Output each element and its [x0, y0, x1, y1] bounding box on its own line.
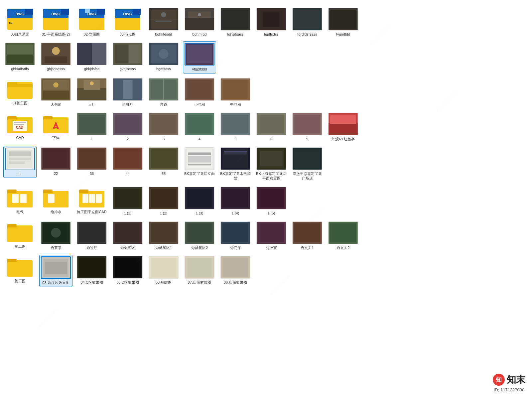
file-施工图平立面CAD-folder[interactable]: 施工图平立面CAD — [75, 186, 108, 215]
thumb-bghkfdsdd — [149, 8, 179, 31]
file-44[interactable]: 44 — [111, 146, 144, 177]
thumb-fgjdfsdss — [256, 8, 286, 31]
file-img-9[interactable]: 9 — [291, 111, 324, 143]
file-label: 1 (5) — [268, 211, 275, 215]
file-秀卧室[interactable]: 秀卧室 — [255, 220, 288, 251]
file-label: 电梯厅 — [122, 102, 133, 107]
thumb-fghsdsass — [220, 8, 250, 31]
file-大包厢[interactable]: 大包厢 — [39, 77, 72, 108]
thumb-秀茶亭 — [41, 221, 71, 244]
thumb-秀就餐区1 — [149, 221, 179, 244]
file-img-4[interactable]: 4 — [183, 111, 216, 143]
file-电梯厅[interactable]: 电梯厅 — [111, 77, 144, 108]
file-外观R1红鱼字[interactable]: 外观R1红鱼字 — [327, 111, 360, 143]
file-03节点图[interactable]: DWG TM 03-节点图 — [111, 7, 144, 38]
file-img-2[interactable]: 2 — [111, 111, 144, 143]
svg-rect-183 — [294, 223, 320, 242]
file-ghkjdsfss[interactable]: ghkjdsfss — [75, 41, 108, 72]
logo-name: 知末 — [507, 373, 525, 386]
file-06鸟瞰图[interactable]: 06.鸟瞰图 — [147, 255, 180, 286]
file-07店面材质图[interactable]: 07.店面材质图 — [183, 255, 216, 286]
file-1-4[interactable]: 1 (4) — [219, 186, 252, 217]
file-fgrdfdsfsass[interactable]: fgrdfdsfsass — [291, 7, 324, 38]
file-label: 秀门厅 — [230, 245, 241, 250]
file-秀就餐区1[interactable]: 秀就餐区1 — [147, 220, 180, 251]
file-小包厢[interactable]: 小包厢 — [183, 77, 216, 108]
file-秀会客区[interactable]: 秀会客区 — [111, 220, 144, 251]
file-label: gvhjsdsss — [120, 66, 136, 71]
file-11[interactable]: 11 — [3, 146, 37, 178]
file-01平面系统图[interactable]: DWG TM 01-平面系统图(2) — [39, 7, 72, 38]
file-fgjdfsdss[interactable]: fgjdfsdss — [255, 7, 288, 38]
thumb-1-4 — [220, 187, 250, 209]
file-大厅[interactable]: 大厅 — [75, 77, 108, 108]
file-vfgjdfddd[interactable]: vfgjdfddd — [183, 41, 216, 73]
file-秀茶亭[interactable]: 秀茶亭 — [39, 220, 72, 251]
file-img-8[interactable]: 8 — [255, 111, 288, 143]
file-秀门厅[interactable]: 秀门厅 — [219, 220, 252, 251]
file-过道[interactable]: 过道 — [147, 77, 180, 108]
file-hgdfsdss[interactable]: hgdfsdss — [147, 41, 180, 72]
file-字体-folder[interactable]: 字体 — [39, 111, 72, 141]
file-fvgndfdd[interactable]: fvgndfdd — [327, 7, 360, 38]
file-ghbkdfsdfs[interactable]: ghbkdfsdfs — [3, 41, 37, 72]
file-08店面效果图[interactable]: 08.店面效果图 — [219, 255, 252, 286]
file-02立面图[interactable]: DWG TM 02-立面图 — [75, 7, 108, 38]
file-01施工图[interactable]: 01施工图 — [3, 77, 37, 107]
file-label: 07.店面材质图 — [188, 280, 211, 285]
file-label: bghkfdsdd — [155, 32, 172, 37]
svg-rect-136 — [260, 151, 283, 167]
row-6: 电气 给排水 — [3, 186, 529, 217]
svg-rect-195 — [115, 258, 141, 277]
file-秀过厅[interactable]: 秀过厅 — [75, 220, 108, 251]
file-04C区效果图[interactable]: 04.C区效果图 — [75, 255, 108, 286]
file-22[interactable]: 22 — [39, 146, 72, 177]
file-秀玄关1[interactable]: 秀玄关1 — [291, 220, 324, 251]
file-中包厢[interactable]: 中包厢 — [219, 77, 252, 108]
svg-rect-94 — [54, 127, 58, 128]
file-bghmfgd[interactable]: bghmfgd — [183, 7, 216, 38]
svg-rect-43 — [330, 10, 356, 29]
file-img-3[interactable]: 3 — [147, 111, 180, 143]
file-1-3[interactable]: 1 (3) — [183, 186, 216, 217]
svg-rect-127 — [188, 153, 211, 155]
file-img-1[interactable]: 1 — [75, 111, 108, 143]
file-给排水-folder[interactable]: 给排水 — [39, 186, 72, 215]
file-BK嘉定宝龙水电消防[interactable]: BK嘉定宝龙水电消防 — [219, 146, 252, 182]
row-7: 施工图 秀茶亭 秀过厅 秀会客区 秀就餐区1 — [3, 220, 529, 251]
file-33[interactable]: 33 — [75, 146, 108, 177]
file-fghsdsass[interactable]: fghsdsass — [219, 7, 252, 38]
file-1-1[interactable]: 1 (1) — [111, 186, 144, 217]
svg-rect-12 — [61, 9, 69, 15]
file-bghkfdsdd[interactable]: bghkfdsdd — [147, 7, 180, 38]
file-label: 秀会客区 — [120, 245, 135, 250]
svg-rect-163 — [258, 189, 284, 207]
svg-rect-39 — [263, 12, 280, 27]
file-1-5[interactable]: 1 (5) — [255, 186, 288, 217]
svg-rect-6 — [25, 9, 33, 15]
file-ghjsdsdsss[interactable]: ghjsdsdsss — [39, 41, 72, 72]
file-秀就餐区2[interactable]: 秀就餐区2 — [183, 220, 216, 251]
file-施工图-folder2[interactable]: 施工图 — [3, 220, 37, 250]
file-55[interactable]: 55 — [147, 146, 180, 177]
file-施工图-folder3[interactable]: 施工图 — [3, 255, 37, 285]
file-BK上海嘉定宝龙店平面布置图[interactable]: BK上海嘉定宝龙店平面布置图 — [255, 146, 288, 182]
file-05D区效果图[interactable]: 05.D区效果图 — [111, 255, 144, 286]
thumb-外观R1红鱼字 — [328, 113, 358, 135]
file-label: 1 (4) — [232, 211, 239, 215]
file-1-2[interactable]: 1 (2) — [147, 186, 180, 217]
svg-rect-199 — [187, 258, 212, 277]
file-gvhjsdsss[interactable]: gvhjsdsss — [111, 41, 144, 72]
folder-字体-icon — [43, 113, 69, 134]
file-秀玄关2[interactable]: 秀玄关2 — [327, 220, 360, 251]
file-03前厅区效果图[interactable]: 03.前厅区效果图 — [39, 255, 72, 287]
file-电气-folder[interactable]: 电气 — [3, 186, 37, 215]
file-BK嘉定宝龙店立面[interactable]: BK嘉定宝龙店立面 — [183, 146, 216, 177]
file-img-5[interactable]: 5 — [219, 111, 252, 143]
file-汉堡王嘉定宝龙广场店[interactable]: 汉堡王@嘉定宝龙广场店 — [291, 146, 324, 182]
file-00目录系统[interactable]: DWG TM TM 00目录系统 — [3, 7, 37, 38]
dwg-icon-1: DWG TM TM — [7, 8, 33, 31]
file-cad-folder[interactable]: CAD CAD — [3, 111, 37, 141]
thumb-电梯厅 — [113, 78, 143, 101]
file-label: 01施工图 — [12, 101, 27, 105]
